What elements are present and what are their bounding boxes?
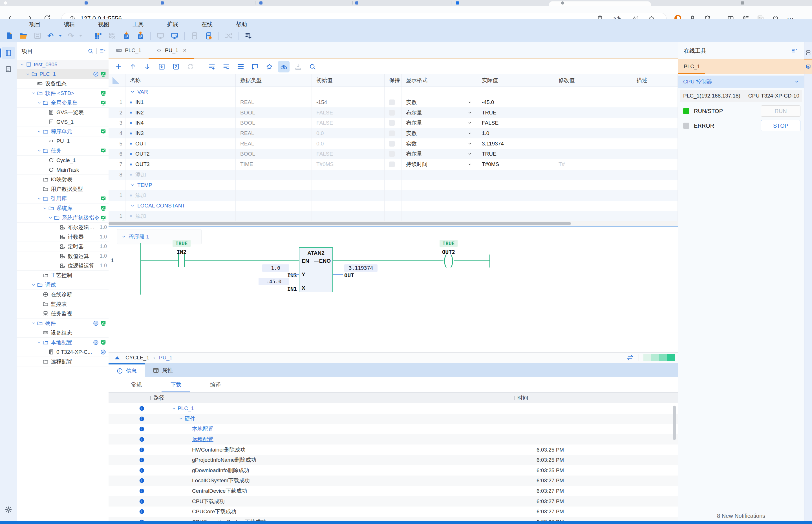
tree-item[interactable]: MainTask	[17, 165, 109, 175]
log-row[interactable]: 硬件	[109, 414, 678, 424]
cell-description[interactable]	[632, 180, 678, 190]
favorite-icon[interactable]	[265, 63, 273, 70]
cell-retain[interactable]	[385, 190, 402, 201]
cell-modify[interactable]: T#	[554, 159, 632, 170]
close-icon[interactable]: ×	[183, 47, 186, 54]
table-row[interactable]: VAR	[109, 87, 678, 97]
cell-retain[interactable]	[385, 159, 402, 170]
cell-format[interactable]	[402, 180, 477, 190]
device-card-active-icon[interactable]	[205, 32, 213, 40]
cell-format[interactable]: 实数	[402, 128, 477, 139]
move-down-icon[interactable]	[144, 63, 151, 70]
table-row[interactable]: TEMP	[109, 180, 678, 190]
tree-item[interactable]: 任务	[17, 146, 109, 155]
cell-datatype[interactable]	[236, 180, 312, 190]
cell-modify[interactable]	[554, 211, 632, 221]
tree-item[interactable]: 0 T324-XP-C...	[17, 347, 109, 357]
cell-datatype[interactable]: REAL	[236, 138, 312, 149]
select-all-icon[interactable]	[113, 77, 120, 84]
cell-description[interactable]	[632, 149, 678, 159]
comment-icon[interactable]	[251, 63, 259, 70]
cell-initial[interactable]: FALSE	[312, 108, 385, 118]
panels-icon[interactable]	[805, 47, 811, 58]
browser-tab-strip[interactable]	[0, 0, 812, 6]
cell-actual[interactable]	[477, 201, 554, 211]
tree-item[interactable]: 系统库初级指令	[17, 213, 109, 223]
cell-name[interactable]: OUT2	[126, 149, 236, 159]
tree-item[interactable]: 设备组态	[17, 328, 109, 338]
chevron-down-icon[interactable]	[31, 282, 36, 288]
tree-item[interactable]: GVS_1	[17, 117, 109, 127]
settings-button[interactable]	[2, 504, 15, 516]
cell-format[interactable]	[402, 170, 477, 180]
cell-modify[interactable]	[554, 87, 632, 97]
sort-download-icon[interactable]	[244, 32, 253, 40]
chevron-down-icon[interactable]	[172, 406, 176, 411]
cell-name[interactable]: 添加	[126, 190, 236, 201]
cell-name[interactable]: VAR	[126, 87, 236, 97]
input-variable[interactable]: IN3	[266, 272, 297, 278]
cell-retain[interactable]	[385, 211, 402, 221]
retain-checkbox[interactable]	[389, 141, 395, 147]
tree-item[interactable]: 位逻辑运算1.0	[17, 261, 109, 271]
chevron-down-icon[interactable]	[37, 196, 42, 201]
log-path[interactable]: 硬件	[185, 415, 195, 423]
tree-item[interactable]: 调试	[17, 280, 109, 290]
filter-sort-icon[interactable]	[99, 48, 106, 54]
cell-format[interactable]: 持续时间	[402, 159, 477, 170]
undo-icon[interactable]: ↶	[47, 32, 56, 40]
cell-initial[interactable]: T#0MS	[312, 159, 385, 170]
log-row[interactable]: 远程配置	[109, 435, 678, 445]
cell-datatype[interactable]: BOOL	[236, 108, 312, 118]
menu-item-6[interactable]: 在线	[201, 20, 213, 28]
cell-datatype[interactable]	[236, 170, 312, 180]
tree-item[interactable]: 工艺控制	[17, 271, 109, 280]
cell-retain[interactable]	[385, 180, 402, 190]
chevron-down-icon[interactable]	[37, 340, 42, 345]
tree-item[interactable]: test_0805	[17, 60, 109, 69]
cell-actual[interactable]: TRUE	[477, 149, 554, 159]
cell-initial[interactable]: FALSE	[312, 149, 385, 159]
cell-description[interactable]	[632, 118, 678, 128]
tree-item[interactable]: 任务监视	[17, 309, 109, 318]
add-variable-icon[interactable]	[115, 63, 123, 70]
cell-retain[interactable]	[385, 97, 402, 108]
cell-format[interactable]: 实数	[402, 97, 477, 108]
online-tools-device-tab[interactable]: PLC_1	[678, 59, 804, 74]
cell-description[interactable]	[632, 138, 678, 149]
cpu-controller-section[interactable]: CPU 控制器	[678, 76, 804, 88]
tree-item[interactable]: Cycle_1	[17, 155, 109, 165]
cell-actual[interactable]: FALSE	[477, 118, 554, 128]
cell-name[interactable]: IN3	[126, 128, 236, 139]
chevron-down-icon[interactable]	[37, 148, 42, 153]
modify-placeholder[interactable]: T#	[558, 161, 565, 167]
cell-format[interactable]	[402, 201, 477, 211]
cell-actual[interactable]	[477, 211, 554, 221]
cell-format[interactable]: 布尔量	[402, 149, 477, 159]
cell-retain[interactable]	[385, 170, 402, 180]
cell-actual[interactable]	[477, 180, 554, 190]
breadcrumb-unit[interactable]: PU_1	[159, 355, 173, 361]
cell-initial[interactable]: 0.0	[312, 128, 385, 139]
stop-button[interactable]: STOP	[761, 120, 800, 131]
log-row[interactable]: PLC_1	[109, 403, 678, 414]
retain-checkbox[interactable]	[389, 99, 395, 105]
log-path[interactable]: 远程配置	[192, 436, 213, 443]
cell-retain[interactable]	[385, 138, 402, 149]
cell-modify[interactable]	[554, 170, 632, 180]
cell-modify[interactable]	[554, 128, 632, 139]
run-button[interactable]: RUN	[761, 105, 800, 117]
cell-format[interactable]	[402, 87, 477, 97]
dropdown-chevron-icon[interactable]	[468, 100, 472, 104]
cell-actual[interactable]: 1.0	[477, 128, 554, 139]
scrollbar-thumb[interactable]	[109, 222, 571, 225]
contact-icon[interactable]	[178, 254, 179, 267]
contact-icon[interactable]	[184, 254, 185, 267]
log-row[interactable]: CPU下载成功6:03:27 PM	[109, 496, 678, 507]
cell-description[interactable]	[632, 128, 678, 139]
log-row[interactable]: gDownloadInfo删除成功6:03:25 PM	[109, 465, 678, 476]
editor-tab-plc_1[interactable]: PLC_1	[109, 42, 149, 58]
collapse-panel-icon[interactable]	[115, 356, 120, 359]
cell-actual[interactable]	[477, 170, 554, 180]
table-row[interactable]: 7OUT3TIMET#0MS持续时间T#0MST#	[109, 159, 678, 170]
